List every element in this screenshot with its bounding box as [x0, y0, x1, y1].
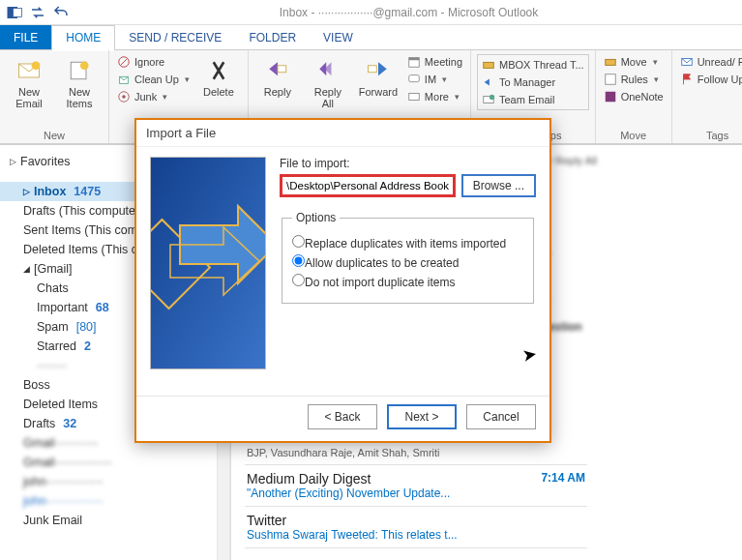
unread-read-button[interactable]: Unread/ Re: [678, 54, 742, 70]
message-row[interactable]: BJP, Vasundhara Raje, Amit Shah, Smriti: [245, 441, 587, 465]
onenote-button[interactable]: OneNote: [602, 89, 666, 104]
tab-file[interactable]: FILE: [0, 25, 51, 49]
dialog-graphic: [150, 157, 266, 369]
new-email-button[interactable]: New Email: [6, 54, 52, 112]
im-button[interactable]: IM▾: [405, 72, 464, 87]
svg-line-7: [121, 59, 128, 66]
window-title: Inbox - ·················@gmail.com - Mi…: [75, 6, 742, 19]
quickstep-team[interactable]: Team Email: [480, 92, 586, 107]
svg-point-10: [122, 95, 126, 99]
svg-rect-21: [605, 74, 615, 85]
svg-rect-11: [278, 66, 286, 73]
ribbon-group-new: New Email New Items New: [0, 50, 109, 143]
junk-button[interactable]: Junk▾: [115, 89, 192, 104]
options-fieldset: Options Replace duplicates with items im…: [282, 211, 534, 304]
cleanup-button[interactable]: Clean Up▾: [115, 72, 192, 87]
svg-point-5: [80, 61, 89, 70]
svg-rect-1: [14, 8, 22, 16]
quickstep-mbox[interactable]: MBOX Thread T...: [480, 57, 586, 73]
qat-sendreceive-icon[interactable]: [29, 4, 46, 21]
new-items-button[interactable]: New Items: [56, 54, 103, 112]
delete-button[interactable]: Delete: [195, 54, 242, 101]
next-button[interactable]: Next >: [387, 404, 457, 429]
ribbon-group-move: Move▾ Rules▾ OneNote Move: [596, 50, 672, 143]
svg-rect-12: [368, 66, 376, 73]
file-to-import-label: File to import:: [280, 157, 536, 170]
ribbon-group-new-label: New: [6, 128, 103, 141]
browse-button[interactable]: Browse ...: [461, 174, 536, 197]
message-row[interactable]: 7:14 AM Medium Daily Digest "Another (Ex…: [245, 465, 587, 507]
svg-point-19: [490, 95, 494, 100]
tab-folder[interactable]: FOLDER: [235, 25, 310, 49]
new-email-label: New Email: [15, 86, 43, 109]
svg-point-3: [32, 61, 41, 70]
move-button[interactable]: Move▾: [602, 54, 666, 70]
followup-button[interactable]: Follow Up▾: [678, 72, 742, 87]
new-items-label: New Items: [67, 86, 93, 109]
cancel-button[interactable]: Cancel: [466, 404, 536, 429]
tab-send-receive[interactable]: SEND / RECEIVE: [115, 25, 235, 49]
ribbon-group-tags: Unread/ Re Follow Up▾ Tags: [672, 50, 742, 143]
more-respond-button[interactable]: More▾: [405, 89, 464, 104]
qat-undo-icon[interactable]: [52, 4, 70, 21]
forward-button[interactable]: Forward: [355, 54, 401, 101]
ignore-button[interactable]: Ignore: [115, 54, 192, 70]
svg-rect-16: [409, 94, 420, 101]
reply-button[interactable]: Reply: [254, 54, 301, 101]
svg-rect-20: [605, 59, 615, 65]
svg-rect-17: [484, 62, 494, 68]
tab-home[interactable]: HOME: [51, 25, 115, 51]
title-bar: Inbox - ·················@gmail.com - Mi…: [0, 0, 742, 25]
folder-blur3[interactable]: Gmail·················: [0, 453, 229, 472]
reply-all-button[interactable]: Reply All: [305, 54, 351, 112]
message-row[interactable]: Twitter Sushma Swaraj Tweeted: This rela…: [245, 507, 587, 548]
dialog-title: Import a File: [136, 120, 549, 147]
folder-blur4[interactable]: john·················: [0, 472, 229, 491]
folder-junk[interactable]: Junk Email: [0, 511, 229, 530]
rules-button[interactable]: Rules▾: [602, 72, 666, 87]
back-button[interactable]: < Back: [308, 404, 377, 429]
message-list: BJP, Vasundhara Raje, Amit Shah, Smriti …: [230, 441, 601, 560]
option-skip[interactable]: Do not import duplicate items: [292, 274, 523, 289]
svg-rect-14: [409, 58, 420, 61]
svg-rect-22: [605, 92, 615, 103]
outlook-icon: [6, 4, 23, 21]
tab-view[interactable]: VIEW: [310, 25, 367, 49]
meeting-button[interactable]: Meeting: [405, 54, 464, 70]
folder-blur5[interactable]: john·················: [0, 491, 229, 511]
quickstep-manager[interactable]: To Manager: [480, 74, 586, 90]
options-legend: Options: [292, 211, 340, 224]
ribbon-tabs: FILE HOME SEND / RECEIVE FOLDER VIEW: [0, 25, 742, 50]
svg-rect-15: [409, 75, 420, 82]
import-file-dialog: Import a File File to import: Browse ...…: [134, 118, 551, 443]
option-replace[interactable]: Replace duplicates with items imported: [292, 235, 523, 251]
option-allow[interactable]: Allow duplicates to be created: [292, 254, 523, 270]
file-path-input[interactable]: [280, 174, 456, 197]
